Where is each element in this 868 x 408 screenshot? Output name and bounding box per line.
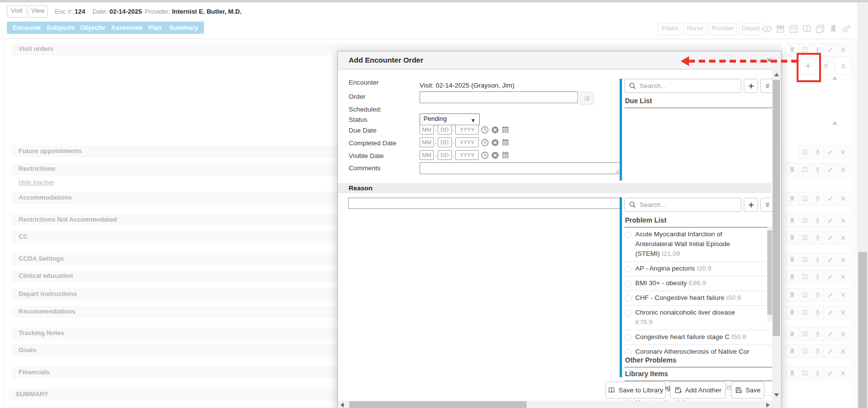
book-icon[interactable]	[799, 327, 811, 341]
microphone-icon[interactable]	[811, 214, 824, 227]
pencil-icon[interactable]	[824, 253, 837, 267]
book-icon[interactable]	[798, 145, 811, 159]
hide-inactive-link[interactable]: Hide Inactive	[19, 179, 54, 186]
due-add-button[interactable]	[744, 79, 758, 93]
pencil-icon[interactable]	[824, 288, 837, 302]
radio-button[interactable]	[625, 280, 632, 287]
pencil-icon[interactable]	[824, 327, 837, 341]
bookmark-icon[interactable]	[785, 366, 799, 380]
due-search-input[interactable]	[639, 82, 729, 90]
microphone-icon[interactable]	[811, 344, 824, 358]
add-another-button[interactable]: Add Another	[670, 382, 726, 399]
mm-input[interactable]: MM	[420, 125, 434, 135]
bookmark-icon[interactable]	[785, 231, 799, 245]
book-icon[interactable]	[799, 253, 811, 267]
bookmark-icon[interactable]	[785, 288, 799, 302]
microphone-icon[interactable]	[811, 306, 824, 319]
bookmark-icon[interactable]	[785, 327, 799, 341]
tab-intake[interactable]: Intake	[658, 23, 682, 35]
order-lookup-button[interactable]	[580, 92, 594, 105]
book-icon[interactable]	[799, 192, 811, 205]
clear-icon[interactable]	[491, 151, 499, 159]
copy-icon[interactable]	[815, 23, 825, 34]
scroll-down-arrow[interactable]	[774, 393, 779, 397]
book-icon[interactable]	[799, 214, 811, 227]
microphone-icon[interactable]	[811, 253, 824, 267]
pencil-icon[interactable]	[824, 192, 837, 205]
dialog-horizontal-scrollbar[interactable]	[338, 401, 772, 408]
mm-input[interactable]: MM	[420, 137, 434, 147]
radio-button[interactable]	[625, 266, 632, 272]
scrollbar-thumb[interactable]	[767, 230, 772, 315]
problem-list-item[interactable]: CHF - Congestive heart failure I50.9	[624, 291, 772, 306]
pencil-icon[interactable]	[824, 231, 837, 245]
tab-nurse[interactable]: Nurse	[684, 23, 707, 35]
microphone-icon[interactable]	[811, 231, 824, 245]
bookmark-icon[interactable]	[785, 163, 799, 177]
close-icon[interactable]	[837, 253, 849, 267]
calendar-grid-icon[interactable]	[501, 151, 510, 159]
mm-input[interactable]: MM	[420, 150, 434, 160]
calendar-grid-icon[interactable]	[501, 138, 510, 147]
radio-button[interactable]	[625, 334, 632, 341]
yyyy-input[interactable]: YYYY	[455, 150, 479, 160]
microphone-icon[interactable]	[811, 327, 824, 341]
problem-list-scrollbar[interactable]	[767, 227, 772, 321]
calendar-grid-icon[interactable]	[501, 126, 510, 134]
close-icon[interactable]	[837, 270, 849, 284]
pencil-icon[interactable]	[824, 145, 837, 159]
close-icon[interactable]	[837, 366, 849, 380]
scroll-right-arrow[interactable]	[766, 403, 770, 408]
view-tab-button[interactable]: View	[28, 5, 48, 18]
problem-search-input[interactable]	[639, 201, 729, 209]
problem-list-item[interactable]: BMI 30+ - obesity E66.9	[624, 276, 772, 291]
book-icon[interactable]	[799, 344, 811, 358]
pencil-icon[interactable]	[824, 163, 837, 177]
problem-list-item[interactable]: Acute Myocardial Infarction of Anterolat…	[624, 227, 772, 262]
book-icon[interactable]	[799, 231, 811, 245]
sort-arrow-icon[interactable]	[832, 76, 837, 80]
bookmark-icon[interactable]	[785, 344, 799, 358]
tab-summary[interactable]: Summary	[163, 22, 204, 34]
bookmark-icon[interactable]	[785, 306, 799, 319]
book-icon[interactable]	[799, 163, 811, 177]
microphone-icon[interactable]	[811, 270, 824, 284]
dd-input[interactable]: DD	[438, 125, 452, 135]
sort-arrow-icon[interactable]	[832, 121, 837, 125]
microphone-icon[interactable]	[811, 192, 824, 205]
pencil-icon[interactable]	[824, 43, 837, 57]
scrollbar-thumb[interactable]	[349, 401, 527, 408]
close-icon[interactable]	[837, 344, 849, 358]
eye-icon[interactable]	[762, 23, 773, 34]
reason-input[interactable]	[348, 198, 620, 209]
close-icon[interactable]	[837, 288, 849, 302]
clock-icon[interactable]	[481, 138, 489, 147]
microphone-icon[interactable]	[811, 366, 824, 380]
tab-depart[interactable]: Depart	[739, 23, 763, 35]
clear-icon[interactable]	[491, 126, 499, 134]
problem-list-item[interactable]: Chronic nonalcoholic liver disease K76.9	[624, 306, 772, 330]
microphone-icon[interactable]	[811, 288, 824, 302]
close-icon[interactable]	[837, 43, 849, 57]
book-icon[interactable]	[799, 270, 811, 284]
yyyy-input[interactable]: YYYY	[455, 137, 479, 147]
visible-date-input-group[interactable]: MM-DD-YYYY	[420, 150, 510, 160]
save-button[interactable]: Save	[731, 382, 764, 399]
radio-button[interactable]	[625, 310, 632, 317]
book-icon[interactable]	[801, 23, 812, 34]
close-icon[interactable]	[837, 231, 849, 245]
book-icon[interactable]	[799, 288, 811, 302]
close-icon[interactable]	[837, 214, 849, 227]
scroll-up-arrow[interactable]	[774, 73, 779, 76]
clock-icon[interactable]	[481, 151, 489, 159]
problem-add-button[interactable]	[744, 198, 758, 212]
due-date-input-group[interactable]: MM-DD-YYYY	[420, 125, 510, 135]
order-input[interactable]	[420, 91, 578, 103]
dd-input[interactable]: DD	[438, 150, 452, 160]
bookmark-icon[interactable]	[828, 23, 839, 34]
book-icon[interactable]	[799, 306, 811, 319]
radio-button[interactable]	[625, 231, 632, 238]
close-icon[interactable]	[837, 306, 849, 319]
gears-icon[interactable]	[841, 23, 852, 34]
pencil-icon[interactable]	[824, 270, 837, 284]
